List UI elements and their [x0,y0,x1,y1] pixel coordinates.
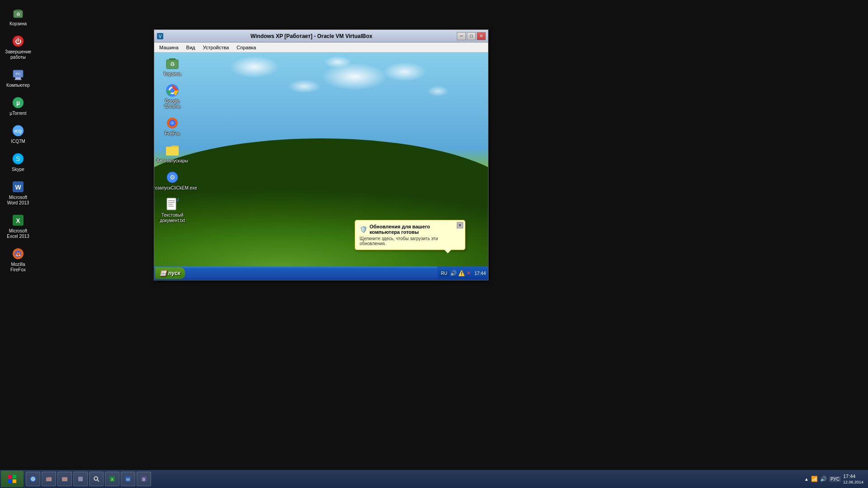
host-icon-recycle-label: Корзина [9,21,27,27]
host-icon-firefox[interactable]: 🦊 Mozilla FireFox [2,245,34,274]
svg-rect-25 [169,58,175,60]
winxp-icon-textfile[interactable]: A Текстовый документ.txt [157,196,188,225]
host-taskbar-excel[interactable]: X [105,472,119,486]
svg-text:µ: µ [16,99,20,106]
svg-text:B: B [142,477,145,482]
host-icon-icq-label: ICQ7M [11,139,25,144]
host-desktop: ♻ Корзина ⏻ Завершение работы PC [0,0,868,488]
winxp-icon-folder-label: Автозапускары [157,158,188,164]
winxp-icon-chrome[interactable]: Google Chrome [157,82,188,111]
svg-rect-1 [15,9,21,11]
vbox-minimize-button[interactable]: ─ [457,32,466,40]
svg-text:♻: ♻ [16,12,20,17]
host-icon-word[interactable]: W Microsoft Word 2013 [2,178,34,207]
vbox-maximize-button[interactable]: □ [467,32,476,40]
host-icon-computer[interactable]: PC Компьютер [2,66,34,90]
host-taskbar-explorer1[interactable] [42,472,56,486]
word-icon: W [11,180,25,194]
svg-rect-53 [8,475,12,479]
tray-lang-indicator[interactable]: РУС [829,476,841,482]
host-taskbar-word[interactable]: W [121,472,135,486]
tray-network-icon[interactable]: 📶 [811,476,818,482]
host-taskbar-tray: ▲ 📶 🔊 РУС 17:44 12.06.2014 [804,474,868,484]
host-taskbar-apps: X W B [24,472,804,486]
host-icon-computer-label: Компьютер [6,83,30,88]
host-icon-shutdown[interactable]: ⏻ Завершение работы [2,33,34,62]
host-taskbar-search[interactable] [89,472,104,486]
vbox-titlebar[interactable]: V Windows XP [Работает] - Oracle VM Virt… [154,30,488,43]
svg-text:W: W [15,184,21,191]
virtualbox-window: V Windows XP [Работает] - Oracle VM Virt… [154,29,489,280]
winxp-lang-indicator[interactable]: RU [440,270,449,276]
svg-point-32 [171,121,174,125]
svg-text:♻: ♻ [170,61,175,67]
svg-rect-56 [13,479,16,483]
winxp-chrome-icon [165,83,180,98]
vbox-title-controls: ─ □ ✕ [457,32,486,40]
host-icon-excel[interactable]: X Microsoft Excel 2013 [2,212,34,241]
svg-point-59 [32,478,34,480]
host-taskbar-explorer2[interactable] [57,472,72,486]
svg-text:W: W [126,477,130,482]
winxp-desktop[interactable]: ♻ Корзина [154,52,488,267]
winxp-taskbar: 🪟 пуск RU 🔊 ⚠️ ✕ 17:44 [154,266,488,280]
svg-text:X: X [111,477,114,482]
host-taskbar: X W B ▲ 📶 🔊 РУС 17:44 12.06.2014 [0,470,868,488]
host-start-button[interactable] [1,471,24,487]
winxp-icon-folder[interactable]: Автозапускары [157,142,188,165]
vbox-close-button[interactable]: ✕ [477,32,486,40]
svg-rect-38 [168,204,173,205]
vbox-menubar: Машина Вид Устройства Справка [154,43,488,52]
vbox-menu-machine[interactable]: Машина [157,44,181,51]
svg-rect-37 [168,202,175,203]
tray-expand-icon[interactable]: ▲ [804,477,809,482]
winxp-bluelazer-icon: ⚙ [165,170,180,185]
svg-rect-61 [46,477,48,478]
host-taskbar-chrome[interactable] [26,472,40,486]
balloon-close-button[interactable]: ✕ [457,222,463,228]
balloon-title: 🛡️ Обновления для вашего компьютера гото… [360,224,460,235]
winxp-tray-icon2: ⚠️ [458,270,465,276]
host-taskbar-explorer3[interactable] [73,472,88,486]
host-icon-skype[interactable]: S Skype [2,150,34,174]
host-icon-recycle[interactable]: ♻ Корзина [2,5,34,28]
winxp-start-flag: 🪟 [160,270,166,276]
utorrent-icon: µ [11,95,25,110]
host-icon-excel-label: Microsoft Excel 2013 [4,228,33,239]
svg-rect-62 [62,477,67,481]
winxp-tray: RU 🔊 ⚠️ ✕ 17:44 [437,266,488,280]
winxp-start-label: пуск [168,270,180,276]
winxp-start-button[interactable]: 🪟 пуск [155,267,185,279]
shield-icon: 🛡️ [360,226,367,233]
svg-rect-36 [168,200,175,201]
host-taskbar-app8[interactable]: B [137,472,151,486]
winxp-recycle-icon: ♻ [165,56,180,71]
skype-icon: S [11,152,25,166]
host-icon-shutdown-label: Завершение работы [4,49,33,60]
winxp-clock: 17:44 [474,271,486,276]
svg-text:⚙: ⚙ [170,174,175,181]
vbox-title-text: Windows XP [Работает] - Oracle VM Virtua… [166,33,457,39]
update-balloon[interactable]: ✕ 🛡️ Обновления для вашего компьютера го… [355,220,465,250]
winxp-icon-chrome-label: Google Chrome [158,99,187,109]
firefox-icon: 🦊 [11,246,25,261]
host-icon-utorrent[interactable]: µ µTorrent [2,94,34,118]
host-icon-icq[interactable]: ICQ ICQ7M [2,122,34,146]
svg-rect-6 [15,77,21,79]
vbox-menu-help[interactable]: Справка [234,44,259,51]
tray-sound-icon[interactable]: 🔊 [820,476,827,482]
winxp-textfile-icon: A [165,197,180,212]
computer-icon: PC [11,67,25,82]
vbox-menu-view[interactable]: Вид [184,44,198,51]
svg-rect-7 [14,79,22,80]
winxp-icon-bluelazer-label: АвтозапускCliCkEM.exe [154,185,197,191]
winxp-icon-firefox[interactable]: FireFox [157,114,188,138]
host-icon-utorrent-label: µTorrent [10,111,27,116]
svg-point-29 [170,88,175,93]
winxp-icon-recycle[interactable]: ♻ Корзина [157,55,188,78]
winxp-tray-icon3: ✕ [466,270,471,276]
svg-line-65 [97,480,99,482]
vbox-menu-devices[interactable]: Устройства [200,44,232,51]
winxp-tray-icon1: 🔊 [450,270,457,276]
winxp-icon-bluelazer[interactable]: ⚙ АвтозапускCliCkEM.exe [157,169,188,192]
